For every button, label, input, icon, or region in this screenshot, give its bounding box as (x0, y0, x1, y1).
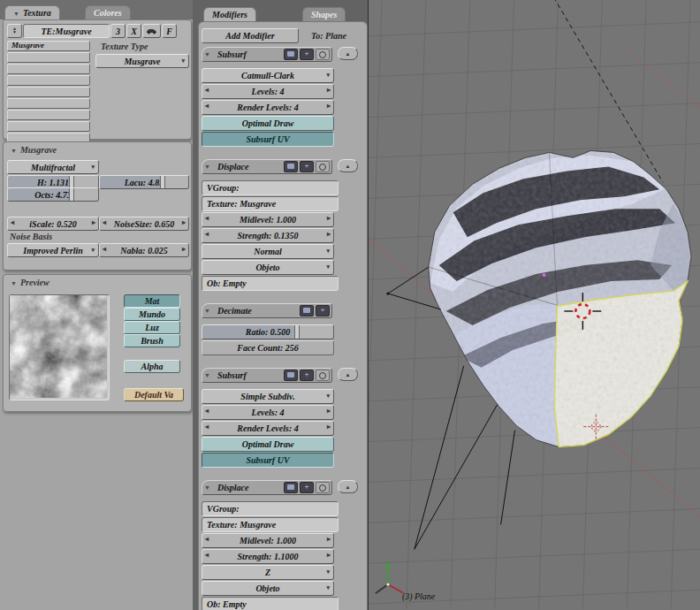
increment-arrow-icon[interactable]: ▸ (327, 407, 331, 415)
subdivision-type-menu[interactable]: Simple Subdiv. ▾ (202, 389, 334, 404)
modifier-header[interactable]: ▼ Displace + (202, 480, 332, 495)
render-toggle-icon[interactable] (284, 370, 298, 381)
vgroup-field[interactable]: VGroup: (202, 501, 339, 516)
collapse-arrow-icon[interactable]: ▼ (204, 308, 210, 315)
texture-channel-slot[interactable] (7, 52, 90, 63)
texture-channel-slot[interactable] (7, 75, 90, 86)
render-toggle-icon[interactable] (284, 482, 298, 493)
texture-channel-slot[interactable] (7, 98, 90, 109)
apply-modifier-button[interactable]: ▲ (338, 480, 358, 493)
subdivision-type-menu[interactable]: Catmull-Clark ▾ (202, 68, 334, 83)
decrement-arrow-icon[interactable]: ◂ (205, 535, 209, 543)
editmode-toggle-icon[interactable]: + (316, 305, 330, 316)
cage-toggle-icon[interactable] (316, 49, 330, 60)
render-toggle-icon[interactable] (284, 49, 298, 60)
apply-modifier-button[interactable]: ▲ (338, 47, 358, 60)
octaves-slider[interactable]: Octs: 4.73 (7, 187, 99, 202)
editmode-toggle-icon[interactable]: + (300, 49, 314, 60)
ratio-slider[interactable]: Ratio: 0.500 (202, 324, 334, 339)
modifier-header[interactable]: ▼ Displace + (202, 159, 332, 174)
texture-type-menu[interactable]: Musgrave ▾ (95, 54, 189, 68)
rock-object[interactable] (422, 141, 700, 459)
auto-name-car-icon[interactable] (142, 24, 161, 38)
increment-arrow-icon[interactable]: ▸ (327, 551, 331, 559)
texture-field[interactable]: Texture: Musgrave (202, 517, 339, 532)
apply-modifier-button[interactable]: ▲ (338, 368, 358, 381)
fake-user-button[interactable]: F (162, 24, 177, 38)
slider-handle[interactable] (160, 176, 165, 188)
render-toggle-icon[interactable] (284, 161, 298, 172)
tab-modifiers[interactable]: Modifiers (203, 7, 256, 21)
increment-arrow-icon[interactable]: ▸ (182, 245, 186, 253)
lacunarity-slider[interactable]: Lacu: 4.85 (99, 175, 189, 189)
vgroup-field[interactable]: VGroup: (202, 180, 339, 195)
editmode-toggle-icon[interactable]: + (300, 482, 314, 493)
preview-panel-header[interactable]: ▼Preview (11, 278, 49, 287)
modifier-header[interactable]: ▼ Subsurf + (202, 368, 332, 383)
decrement-arrow-icon[interactable]: ◂ (205, 102, 209, 110)
slider-handle[interactable] (69, 188, 74, 201)
slider-handle[interactable] (69, 176, 74, 188)
optimal-draw-toggle[interactable]: Optimal Draw (202, 116, 334, 131)
editmode-toggle-icon[interactable]: + (300, 161, 314, 172)
strength-stepper[interactable]: ◂ Strength: 0.1350 ▸ (202, 228, 334, 243)
collapse-arrow-icon[interactable]: ▼ (204, 484, 210, 492)
3d-viewport[interactable]: (3) Plane (368, 0, 700, 610)
nabla-stepper[interactable]: ◂ Nabla: 0.025 ▸ (99, 243, 189, 257)
levels-stepper[interactable]: ◂ Levels: 4 ▸ (202, 84, 334, 99)
texture-channel-slot[interactable]: Musgrave (7, 41, 90, 51)
decrement-arrow-icon[interactable]: ◂ (205, 230, 209, 238)
increment-arrow-icon[interactable]: ▸ (92, 218, 95, 226)
editmode-toggle-icon[interactable]: + (300, 370, 314, 381)
increment-arrow-icon[interactable]: ▸ (327, 230, 331, 238)
preview-world-button[interactable]: Mundo (124, 308, 180, 321)
object-field[interactable]: Ob: Empty (202, 597, 339, 610)
preview-mat-button[interactable]: Mat (124, 294, 180, 308)
render-levels-stepper[interactable]: ◂ Render Levels: 4 ▸ (202, 100, 334, 115)
render-toggle-icon[interactable] (300, 305, 314, 316)
modifier-header[interactable]: ▼ Subsurf + (202, 47, 332, 62)
preview-lamp-button[interactable]: Luz (124, 321, 180, 334)
decrement-arrow-icon[interactable]: ◂ (205, 423, 209, 431)
strength-stepper[interactable]: ◂ Strength: 1.1000 ▸ (202, 549, 334, 564)
increment-arrow-icon[interactable]: ▸ (327, 86, 331, 94)
cage-toggle-icon[interactable] (316, 482, 330, 493)
increment-arrow-icon[interactable]: ▸ (182, 218, 186, 226)
texture-channel-slot[interactable] (7, 87, 90, 97)
alpha-button[interactable]: Alpha (124, 360, 180, 373)
decrement-arrow-icon[interactable]: ◂ (103, 218, 106, 226)
increment-arrow-icon[interactable]: ▸ (327, 423, 331, 431)
subsurf-uv-toggle[interactable]: Subsurf UV (202, 132, 334, 147)
tab-colors[interactable]: Colores (85, 5, 131, 19)
noise-basis-menu[interactable]: Improved Perlin ▾ (7, 243, 99, 257)
modifier-header[interactable]: ▼ Decimate + (202, 303, 332, 318)
preview-brush-button[interactable]: Brush (124, 334, 180, 347)
browse-texture-menu-icon[interactable]: ▲▼ (7, 24, 22, 38)
midlevel-stepper[interactable]: ◂ Midlevel: 1.000 ▸ (202, 212, 334, 227)
levels-stepper[interactable]: ◂ Levels: 4 ▸ (202, 405, 334, 420)
decrement-arrow-icon[interactable]: ◂ (205, 407, 209, 415)
decrement-arrow-icon[interactable]: ◂ (103, 245, 106, 253)
iscale-stepper[interactable]: ◂ iScale: 0.520 ▸ (7, 217, 99, 231)
fractal-type-menu[interactable]: Multifractal ▾ (7, 160, 99, 174)
slider-handle[interactable] (294, 325, 300, 339)
apply-modifier-button[interactable]: ▲ (338, 159, 358, 172)
optimal-draw-toggle[interactable]: Optimal Draw (202, 437, 334, 452)
tab-shapes[interactable]: Shapes (302, 7, 346, 21)
users-count-button[interactable]: 3 (110, 24, 126, 38)
decrement-arrow-icon[interactable]: ◂ (205, 214, 209, 222)
midlevel-stepper[interactable]: ◂ Midlevel: 1.000 ▸ (202, 533, 334, 548)
tab-texture[interactable]: ▼Textura (4, 5, 60, 19)
default-vars-button[interactable]: Default Va (124, 388, 184, 401)
add-modifier-button[interactable]: Add Modifier (202, 28, 299, 43)
musgrave-panel-header[interactable]: ▼Musgrave (11, 145, 57, 155)
unlink-button[interactable]: X (126, 24, 141, 38)
increment-arrow-icon[interactable]: ▸ (327, 102, 331, 110)
texture-name-field[interactable]: TE:Musgrave (23, 24, 110, 38)
direction-menu[interactable]: Normal ▾ (202, 244, 334, 259)
direction-menu[interactable]: Z ▾ (202, 565, 334, 580)
texture-channel-slot[interactable] (7, 121, 90, 132)
collapse-arrow-icon[interactable]: ▼ (204, 372, 210, 379)
object-field[interactable]: Ob: Empty (202, 276, 339, 291)
texture-channel-slot[interactable] (7, 110, 90, 120)
